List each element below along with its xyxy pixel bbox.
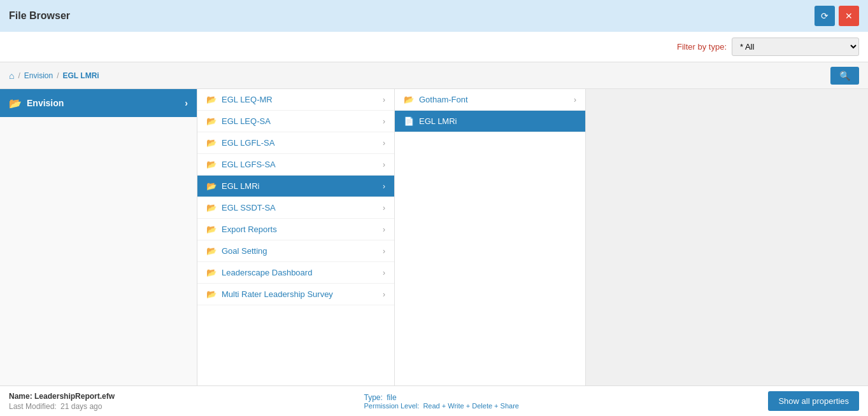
breadcrumb-envision[interactable]: Envision bbox=[24, 71, 53, 80]
list-item-egl-leq-mr[interactable]: 📂 EGL LEQ-MR › bbox=[197, 89, 394, 111]
folder-icon-egl-leq-mr: 📂 bbox=[206, 95, 217, 104]
empty-panel bbox=[586, 89, 868, 385]
status-name-value: LeadershipReport.efw bbox=[34, 392, 115, 401]
status-perm-label: Permission Level: bbox=[364, 402, 420, 410]
chevron-goal-setting: › bbox=[383, 247, 385, 256]
status-name-label: Name: bbox=[9, 392, 32, 401]
chevron-egl-leq-mr: › bbox=[383, 95, 385, 104]
file-icon-egl-lmri: 📄 bbox=[404, 116, 414, 126]
list-item-leaderscape-dashboard[interactable]: 📂 Leaderscape Dashboard › bbox=[197, 262, 394, 284]
status-modified: Last Modified: 21 days ago bbox=[9, 402, 115, 411]
status-name: Name: LeadershipReport.efw bbox=[9, 392, 115, 401]
chevron-egl-ssdt-sa: › bbox=[383, 204, 385, 212]
chevron-multi-rater: › bbox=[383, 290, 385, 299]
list-item-goal-setting[interactable]: 📂 Goal Setting › bbox=[197, 240, 394, 262]
breadcrumb: ⌂ / Envision / EGL LMRi bbox=[9, 71, 99, 81]
app-title: File Browser bbox=[9, 10, 70, 22]
filter-bar: Filter by type: * All Folder File bbox=[0, 32, 868, 62]
status-type-label: Type: bbox=[364, 393, 383, 402]
list-item-egl-lgfs-sa[interactable]: 📂 EGL LGFS-SA › bbox=[197, 154, 394, 176]
chevron-leaderscape-dashboard: › bbox=[383, 268, 385, 277]
envision-folder-label: Envision bbox=[27, 98, 64, 108]
list-item-export-reports[interactable]: 📂 Export Reports › bbox=[197, 219, 394, 240]
breadcrumb-current: EGL LMRi bbox=[63, 71, 99, 80]
breadcrumb-bar: ⌂ / Envision / EGL LMRi 🔍 bbox=[0, 62, 868, 89]
list-item-multi-rater[interactable]: 📂 Multi Rater Leadership Survey › bbox=[197, 284, 394, 305]
right-folder-gotham-font[interactable]: 📂 Gotham-Font › bbox=[395, 89, 585, 111]
folder-icon-egl-lmri: 📂 bbox=[206, 181, 217, 191]
envision-folder-icon: 📂 bbox=[9, 97, 22, 109]
list-item-egl-ssdt-sa[interactable]: 📂 EGL SSDT-SA › bbox=[197, 197, 394, 219]
left-panel-scroll[interactable] bbox=[0, 117, 197, 385]
envision-folder-header-left: 📂 Envision bbox=[9, 97, 64, 109]
search-button[interactable]: 🔍 bbox=[830, 67, 859, 85]
status-bar: Name: LeadershipReport.efw Last Modified… bbox=[0, 385, 868, 416]
folder-icon-export-reports: 📂 bbox=[206, 225, 217, 234]
folder-icon-multi-rater: 📂 bbox=[206, 289, 217, 299]
status-type: Type: file bbox=[364, 393, 519, 402]
list-item-egl-lmri[interactable]: 📂 EGL LMRi › bbox=[197, 176, 394, 197]
status-perm-value: Read + Write + Delete + Share bbox=[423, 402, 519, 410]
folder-icon-gotham-font: 📂 bbox=[404, 95, 414, 104]
envision-chevron-right: › bbox=[185, 98, 188, 108]
envision-folder-header[interactable]: 📂 Envision › bbox=[0, 89, 197, 117]
chevron-egl-leq-sa: › bbox=[383, 117, 385, 126]
folder-icon-leaderscape-dashboard: 📂 bbox=[206, 268, 217, 277]
status-modified-label: Last Modified: bbox=[9, 402, 57, 411]
folder-icon-egl-leq-sa: 📂 bbox=[206, 116, 217, 126]
filter-type-select[interactable]: * All Folder File bbox=[732, 38, 859, 56]
folder-icon-egl-lgfs-sa: 📂 bbox=[206, 160, 217, 169]
status-modified-value: 21 days ago bbox=[60, 402, 102, 411]
status-type-value: file bbox=[387, 393, 396, 402]
breadcrumb-sep-2: / bbox=[57, 71, 59, 80]
title-bar-actions: ⟳ ✕ bbox=[815, 6, 859, 26]
close-button[interactable]: ✕ bbox=[839, 6, 859, 26]
breadcrumb-home-icon[interactable]: ⌂ bbox=[9, 71, 14, 81]
chevron-export-reports: › bbox=[383, 225, 385, 234]
middle-panel: 📂 EGL LEQ-MR › 📂 EGL LEQ-SA › 📂 EGL LGFL… bbox=[197, 89, 395, 385]
breadcrumb-sep-1: / bbox=[18, 71, 20, 80]
chevron-egl-lmri: › bbox=[383, 182, 385, 191]
title-bar: File Browser ⟳ ✕ bbox=[0, 0, 868, 32]
folder-icon-egl-lgfl-sa: 📂 bbox=[206, 138, 217, 148]
status-permissions: Permission Level: Read + Write + Delete … bbox=[364, 402, 519, 410]
right-panel-scroll[interactable]: 📂 Gotham-Font › 📄 EGL LMRi bbox=[395, 89, 585, 385]
show-all-properties-button[interactable]: Show all properties bbox=[768, 391, 859, 411]
chevron-gotham-font: › bbox=[574, 95, 576, 104]
right-file-egl-lmri[interactable]: 📄 EGL LMRi bbox=[395, 111, 585, 132]
folder-icon-goal-setting: 📂 bbox=[206, 246, 217, 256]
status-left: Name: LeadershipReport.efw Last Modified… bbox=[9, 392, 115, 411]
middle-panel-scroll[interactable]: 📂 EGL LEQ-MR › 📂 EGL LEQ-SA › 📂 EGL LGFL… bbox=[197, 89, 394, 385]
list-item-egl-lgfl-sa[interactable]: 📂 EGL LGFL-SA › bbox=[197, 132, 394, 154]
list-item-egl-leq-sa[interactable]: 📂 EGL LEQ-SA › bbox=[197, 111, 394, 132]
chevron-egl-lgfl-sa: › bbox=[383, 139, 385, 148]
status-middle: Type: file Permission Level: Read + Writ… bbox=[364, 393, 519, 410]
refresh-button[interactable]: ⟳ bbox=[815, 6, 835, 26]
right-panel: 📂 Gotham-Font › 📄 EGL LMRi bbox=[395, 89, 586, 385]
folder-icon-egl-ssdt-sa: 📂 bbox=[206, 203, 217, 212]
filter-label: Filter by type: bbox=[677, 42, 727, 52]
left-panel: 📂 Envision › bbox=[0, 89, 197, 385]
main-content: 📂 Envision › 📂 EGL LEQ-MR › 📂 EGL LEQ-SA bbox=[0, 89, 868, 385]
chevron-egl-lgfs-sa: › bbox=[383, 160, 385, 169]
